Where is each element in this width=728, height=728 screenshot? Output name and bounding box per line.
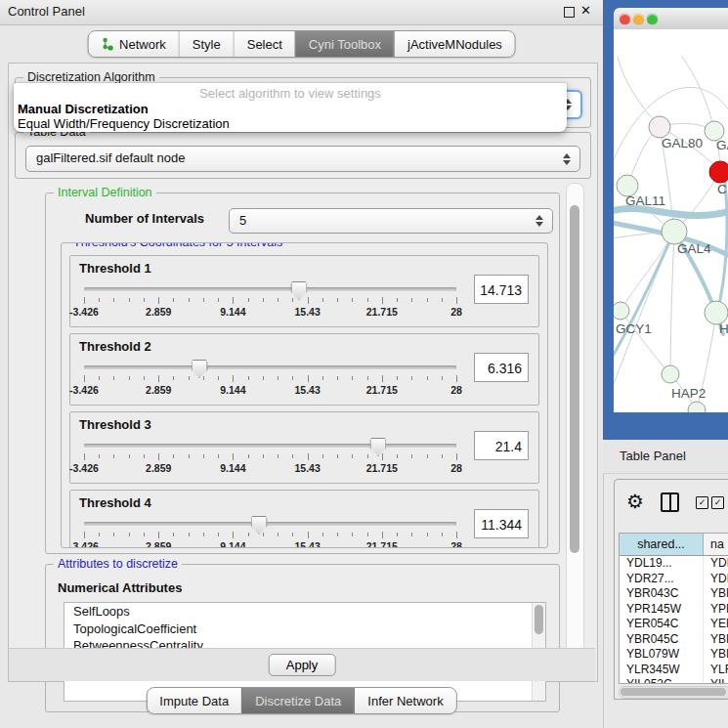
table-cell[interactable]: YPR1 (704, 602, 728, 618)
dropdown-option-manual[interactable]: Manual Discretization (14, 102, 567, 116)
table-row[interactable]: YBL079WYBL0 (620, 647, 728, 663)
column-header-name[interactable]: na (704, 534, 728, 555)
slider-track[interactable] (84, 365, 456, 369)
network-edge[interactable] (717, 182, 727, 313)
threshold-slider[interactable]: -3.4262.8599.14415.4321.71528 (84, 516, 456, 548)
minimize-traffic-light[interactable] (633, 14, 644, 24)
tab-jactivemnodules[interactable]: jActiveMNodules (394, 31, 515, 57)
zoom-traffic-light[interactable] (647, 14, 658, 24)
number-of-intervals-combobox[interactable]: 5 (229, 208, 553, 234)
threshold-slider[interactable]: -3.4262.8599.14415.4321.71528 (84, 281, 456, 317)
tab-strip: Impute Data Discretize Data Infer Networ… (146, 687, 456, 714)
close-icon[interactable]: ✕ (580, 3, 591, 18)
slider-tick-labels: -3.4262.8599.14415.4321.71528 (84, 540, 456, 548)
group-title: Discretization Algorithm (23, 70, 159, 84)
threshold-value-field[interactable]: 6.316 (474, 353, 529, 382)
tab-impute-data[interactable]: Impute Data (147, 688, 241, 713)
table-cell[interactable]: YBR043C (620, 586, 704, 602)
table-row[interactable]: YBR045CYBR0 (620, 632, 728, 648)
network-canvas[interactable]: GAL80GACGAL11GAL4GCY1HHAP2 (614, 29, 728, 412)
network-window-titlebar[interactable] (614, 8, 728, 30)
network-edge[interactable] (614, 208, 728, 215)
scrollbar-thumb[interactable] (535, 605, 543, 634)
table-cell[interactable]: YBR0 (704, 632, 728, 648)
table-cell[interactable]: YDL19... (620, 556, 704, 572)
close-traffic-light[interactable] (620, 14, 630, 24)
table-cell[interactable]: YIL0 (704, 677, 728, 684)
table-cell[interactable]: YIL052C (620, 677, 704, 684)
combo-arrows-icon (535, 214, 544, 228)
network-node-label: GCY1 (616, 321, 652, 336)
combo-arrows-icon (563, 152, 572, 166)
network-icon (101, 37, 113, 51)
network-node-label: C (717, 182, 727, 196)
network-edge[interactable] (670, 232, 674, 374)
table-cell[interactable]: YPR145W (620, 602, 704, 618)
table-row[interactable]: YDR27...YDR2 (620, 572, 728, 587)
attribute-item[interactable]: SelfLoops (64, 603, 545, 621)
table-cell[interactable]: YBR045C (620, 632, 704, 648)
network-node[interactable] (649, 116, 670, 138)
checkbox-icon[interactable]: ✓ (696, 496, 708, 509)
network-node[interactable] (709, 161, 728, 183)
tab-label: Select (247, 37, 282, 52)
table-row[interactable]: YER054CYER0 (620, 617, 728, 632)
gear-icon[interactable]: ⚙ (626, 490, 644, 513)
network-node[interactable] (614, 302, 629, 320)
network-edge[interactable] (614, 232, 674, 358)
cyni-toolbox-content: Discretization Algorithm Select algorith… (8, 63, 598, 682)
slider-track[interactable] (84, 444, 456, 448)
network-edge[interactable] (621, 232, 674, 311)
table-data-combobox[interactable]: galFiltered.sif default node (25, 146, 580, 172)
tab-network[interactable]: Network (88, 31, 179, 57)
panel-title: Control Panel (8, 4, 85, 19)
network-node[interactable] (688, 402, 706, 412)
threshold-value-field[interactable]: 21.4 (474, 431, 529, 460)
threshold-slider[interactable]: -3.4262.8599.14415.4321.71528 (84, 438, 456, 473)
apply-bar: Apply (9, 648, 595, 681)
table-horizontal-scrollbar[interactable] (619, 686, 728, 699)
network-edge[interactable] (621, 311, 670, 374)
scrollbar-thumb[interactable] (621, 688, 726, 696)
scrollbar-thumb[interactable] (570, 205, 579, 553)
attribute-item[interactable]: TopologicalCoefficient (64, 621, 545, 638)
table-cell[interactable]: YBL079W (620, 647, 704, 663)
table-row[interactable]: YIL052CYIL0 (620, 677, 728, 684)
table-row[interactable]: YLR345WYLR3 (620, 663, 728, 678)
apply-button[interactable]: Apply (269, 654, 336, 676)
combo-value: 5 (239, 213, 246, 228)
tab-infer-network[interactable]: Infer Network (354, 688, 455, 713)
tab-cyni-toolbox[interactable]: Cyni Toolbox (295, 31, 394, 57)
column-header-shared-name[interactable]: shared... (620, 534, 704, 555)
checkbox-icon[interactable]: ✓ (711, 496, 724, 509)
network-node[interactable] (662, 365, 679, 383)
tab-discretize-data[interactable]: Discretize Data (241, 688, 354, 713)
slider-track[interactable] (84, 287, 456, 291)
tab-style[interactable]: Style (179, 31, 234, 57)
number-of-intervals-label: Number of Intervals (85, 211, 204, 226)
tab-select[interactable]: Select (234, 31, 295, 57)
content-scrollbar[interactable] (566, 183, 584, 679)
table-cell[interactable]: YDR2 (704, 572, 728, 587)
table-cell[interactable]: YER0 (704, 617, 728, 632)
table-cell[interactable]: YBR0 (704, 586, 728, 602)
table-cell[interactable]: YLR3 (704, 663, 728, 678)
threshold-value-field[interactable]: 11.344 (474, 509, 529, 538)
table-row[interactable]: YBR043CYBR0 (620, 586, 728, 602)
float-window-icon[interactable] (564, 7, 575, 18)
table-row[interactable]: YDL19...YDL1 (620, 556, 728, 572)
table-cell[interactable]: YBL0 (704, 647, 728, 663)
threshold-label: Threshold 2 (79, 339, 151, 354)
table-cell[interactable]: YER054C (620, 617, 704, 632)
slider-track[interactable] (84, 522, 456, 526)
network-edge[interactable] (618, 57, 660, 127)
table-cell[interactable]: YDR27... (620, 572, 704, 587)
threshold-slider[interactable]: -3.4262.8599.14415.4321.71528 (84, 360, 456, 395)
split-columns-icon[interactable] (661, 492, 679, 512)
threshold-value-field[interactable]: 14.713 (474, 275, 529, 304)
dropdown-option-equal-width[interactable]: Equal Width/Frequency Discretization (14, 116, 567, 131)
table-cell[interactable]: YLR345W (620, 663, 704, 678)
network-edge[interactable] (682, 57, 714, 131)
table-row[interactable]: YPR145WYPR1 (620, 602, 728, 618)
table-cell[interactable]: YDL1 (704, 556, 728, 572)
